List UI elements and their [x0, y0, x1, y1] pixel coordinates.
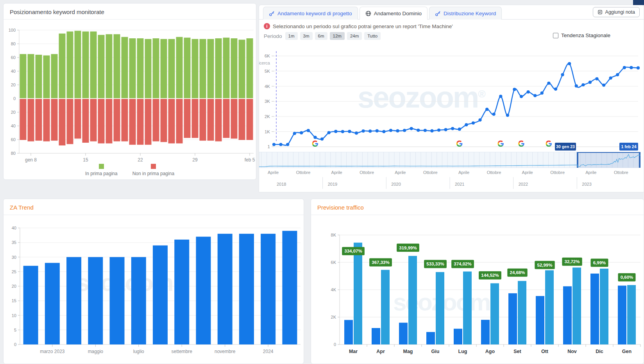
- data-point[interactable]: [458, 127, 461, 131]
- bar-in-prima-pagina[interactable]: [67, 32, 73, 99]
- bar-non-in-prima-pagina[interactable]: [129, 99, 136, 145]
- bar-traffico-previsto[interactable]: [463, 271, 472, 344]
- bar-in-prima-pagina[interactable]: [114, 34, 120, 99]
- bar-non-in-prima-pagina[interactable]: [20, 99, 27, 140]
- data-point[interactable]: [410, 127, 413, 130]
- legend-item[interactable]: Non in prima pagina: [132, 164, 174, 176]
- bar-non-in-prima-pagina[interactable]: [200, 99, 206, 141]
- bar-traffico-previsto[interactable]: [436, 272, 444, 344]
- bar-non-in-prima-pagina[interactable]: [82, 99, 89, 143]
- bar-traffico-previsto[interactable]: [572, 267, 581, 344]
- bar-traffico-previsto[interactable]: [518, 281, 526, 344]
- za-trend-bar[interactable]: [153, 246, 168, 344]
- minimap-handle-right[interactable]: [639, 152, 640, 168]
- google-update-icon[interactable]: [497, 140, 504, 147]
- data-point[interactable]: [568, 62, 571, 65]
- data-point[interactable]: [506, 114, 509, 117]
- data-point[interactable]: [527, 90, 530, 93]
- bar-traffico-attuale[interactable]: [344, 320, 353, 344]
- bar-in-prima-pagina[interactable]: [82, 32, 89, 99]
- data-point[interactable]: [630, 66, 633, 69]
- data-point[interactable]: [293, 132, 296, 135]
- period-button-24m[interactable]: 24m: [347, 32, 362, 40]
- bar-in-prima-pagina[interactable]: [192, 39, 199, 99]
- bar-non-in-prima-pagina[interactable]: [223, 99, 230, 138]
- google-update-icon[interactable]: [312, 140, 318, 147]
- data-point[interactable]: [616, 73, 619, 76]
- data-point[interactable]: [513, 88, 516, 91]
- bar-in-prima-pagina[interactable]: [137, 38, 144, 99]
- bar-traffico-attuale[interactable]: [454, 329, 462, 344]
- data-point[interactable]: [369, 129, 372, 133]
- data-point[interactable]: [602, 84, 605, 87]
- bar-non-in-prima-pagina[interactable]: [122, 99, 128, 142]
- data-point[interactable]: [609, 77, 612, 80]
- bar-in-prima-pagina[interactable]: [200, 39, 206, 99]
- tab-andamento-dominio[interactable]: Andamento Dominio: [360, 7, 428, 20]
- bar-non-in-prima-pagina[interactable]: [36, 99, 42, 141]
- data-point[interactable]: [320, 137, 324, 140]
- period-button-12m[interactable]: 12m: [330, 32, 345, 40]
- data-point[interactable]: [540, 91, 544, 95]
- data-point[interactable]: [581, 83, 585, 86]
- tab-andamento-keyword-di-progetto[interactable]: Andamento keyword di progetto: [263, 7, 358, 20]
- data-point[interactable]: [554, 88, 557, 91]
- data-point[interactable]: [341, 130, 344, 133]
- bar-non-in-prima-pagina[interactable]: [90, 99, 97, 142]
- data-point[interactable]: [623, 66, 626, 69]
- data-point[interactable]: [396, 129, 399, 133]
- google-update-icon[interactable]: [518, 140, 524, 147]
- data-point[interactable]: [499, 95, 502, 98]
- data-point[interactable]: [444, 128, 447, 131]
- tab-distribuzione-keyword[interactable]: Distribuzione Keyword: [429, 7, 502, 20]
- data-point[interactable]: [451, 127, 454, 130]
- data-point[interactable]: [637, 66, 640, 70]
- legend-item[interactable]: In prima pagina: [85, 164, 118, 176]
- bar-in-prima-pagina[interactable]: [168, 39, 175, 99]
- add-note-button[interactable]: Aggiungi nota: [593, 7, 640, 17]
- bar-non-in-prima-pagina[interactable]: [215, 99, 222, 142]
- data-point[interactable]: [437, 129, 440, 132]
- za-trend-bar[interactable]: [174, 240, 189, 344]
- bar-non-in-prima-pagina[interactable]: [153, 99, 159, 142]
- bar-in-prima-pagina[interactable]: [215, 38, 222, 99]
- bar-traffico-previsto[interactable]: [627, 285, 636, 344]
- bar-non-in-prima-pagina[interactable]: [176, 99, 183, 143]
- data-point[interactable]: [348, 130, 351, 133]
- data-point[interactable]: [533, 94, 537, 97]
- bar-traffico-previsto[interactable]: [545, 270, 554, 344]
- data-point[interactable]: [307, 129, 310, 132]
- data-point[interactable]: [547, 82, 550, 85]
- bar-non-in-prima-pagina[interactable]: [67, 99, 73, 144]
- data-point[interactable]: [279, 143, 282, 146]
- bar-non-in-prima-pagina[interactable]: [168, 99, 175, 143]
- za-trend-bar[interactable]: [66, 257, 81, 345]
- za-trend-bar[interactable]: [23, 266, 38, 344]
- bar-traffico-previsto[interactable]: [600, 269, 608, 344]
- data-point[interactable]: [424, 129, 427, 132]
- data-point[interactable]: [472, 121, 475, 124]
- bar-in-prima-pagina[interactable]: [90, 32, 97, 99]
- bar-in-prima-pagina[interactable]: [106, 34, 113, 99]
- period-button-tutto[interactable]: Tutto: [364, 32, 381, 40]
- bar-traffico-previsto[interactable]: [381, 270, 390, 344]
- seasonal-checkbox[interactable]: [553, 33, 558, 38]
- bar-non-in-prima-pagina[interactable]: [239, 99, 245, 140]
- period-button-1m[interactable]: 1m: [285, 32, 298, 40]
- data-point[interactable]: [595, 77, 598, 80]
- data-point[interactable]: [362, 129, 365, 133]
- bar-non-in-prima-pagina[interactable]: [247, 99, 253, 140]
- bar-non-in-prima-pagina[interactable]: [208, 99, 214, 141]
- bar-traffico-attuale[interactable]: [426, 332, 435, 344]
- bar-traffico-attuale[interactable]: [563, 286, 572, 344]
- bar-in-prima-pagina[interactable]: [153, 38, 159, 99]
- bar-non-in-prima-pagina[interactable]: [75, 99, 81, 139]
- data-point[interactable]: [300, 131, 303, 134]
- bar-non-in-prima-pagina[interactable]: [106, 99, 113, 143]
- bar-in-prima-pagina[interactable]: [129, 38, 136, 99]
- bar-traffico-previsto[interactable]: [490, 283, 499, 344]
- bar-in-prima-pagina[interactable]: [51, 54, 58, 99]
- google-update-icon[interactable]: [546, 140, 552, 147]
- bar-traffico-attuale[interactable]: [399, 323, 408, 344]
- data-point[interactable]: [465, 123, 468, 126]
